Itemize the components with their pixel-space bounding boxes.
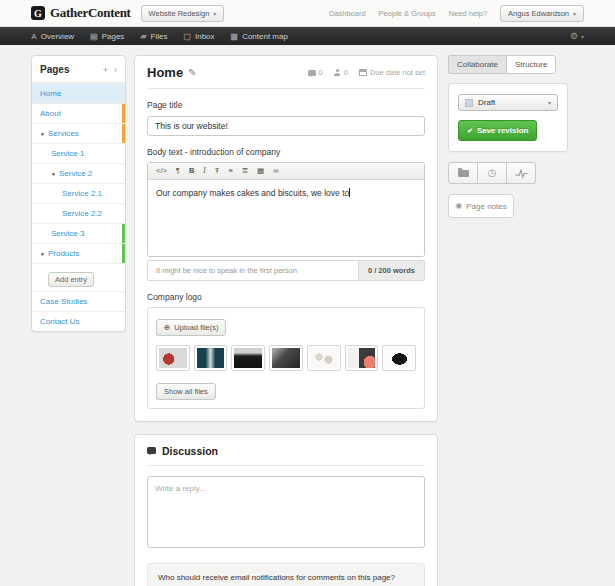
nav-content-map[interactable]: ▦ Content map [231, 32, 288, 41]
top-header-links: Dashboard People & Groups Need help? Ang… [329, 5, 584, 22]
file-thumbnail[interactable] [269, 345, 303, 371]
comment-icon [308, 70, 316, 76]
nav-pages[interactable]: ▤ Pages [90, 32, 124, 41]
add-entry-button[interactable]: Add entry [48, 272, 94, 287]
due-date[interactable]: Due date not set [359, 68, 425, 77]
link-icon[interactable]: ∞ [273, 167, 278, 175]
tab-structure[interactable]: Structure [506, 55, 556, 74]
sidebar-item-label: Service 3 [51, 229, 84, 238]
file-thumbnail[interactable] [156, 345, 190, 371]
calendar-icon [359, 69, 367, 76]
need-help-link[interactable]: Need help? [449, 9, 487, 18]
sidebar-item-service-2-1[interactable]: Service 2.1 [32, 183, 125, 203]
chevron-down-icon: ▾ [581, 33, 584, 40]
page-header: Home ✎ 0 0 Due date not set [147, 65, 425, 89]
body-field-label: Body text - introduction of company [147, 147, 425, 157]
inbox-icon: ▢ [183, 32, 191, 41]
show-all-files-button[interactable]: Show all files [156, 383, 216, 400]
bullet-list-icon[interactable]: ≡ [228, 167, 232, 175]
dashboard-link[interactable]: Dashboard [329, 9, 366, 18]
page-notes-icon: ◉ [455, 202, 462, 210]
page-title-field-label: Page title [147, 100, 425, 110]
italic-icon[interactable]: I [203, 167, 206, 175]
status-dropdown[interactable]: Draft ▾ [458, 94, 558, 111]
assignees-count-value: 0 [344, 68, 348, 77]
sidebar-item-service-1[interactable]: Service 1 [32, 143, 125, 163]
gathercontent-app: G GatherContent Website Redesign ▾ Dashb… [0, 0, 615, 586]
field-hint: It might be nice to speak in the first p… [148, 261, 358, 280]
nav-overview-label: Overview [41, 32, 74, 41]
project-selector[interactable]: Website Redesign ▾ [141, 5, 225, 22]
status-marker-orange [122, 124, 125, 143]
tab-collaborate[interactable]: Collaborate [448, 55, 506, 74]
files-icon: ▰ [140, 32, 146, 41]
user-menu[interactable]: Angus Edwardson ▾ [500, 5, 584, 22]
sidebar-item-case-studies[interactable]: Case Studies [32, 291, 125, 311]
due-date-label: Due date not set [370, 68, 425, 77]
discussion-icon [147, 447, 156, 454]
nav-files-label: Files [151, 32, 168, 41]
save-revision-button[interactable]: ✔ Save revision [458, 120, 537, 141]
page-content-card: Home ✎ 0 0 Due date not set [134, 55, 438, 422]
editor-content[interactable]: Our company makes cakes and biscuits, we… [148, 180, 424, 256]
upload-icon: ⊕ [164, 323, 170, 332]
file-thumbnail[interactable] [307, 345, 341, 371]
expand-triangle-icon[interactable]: ▼ [51, 171, 56, 177]
panel-tabs: Collaborate Structure [448, 55, 568, 74]
page-title-input[interactable] [147, 116, 425, 136]
page-notes-button[interactable]: ◉ Page notes [448, 194, 514, 218]
pages-icon: ▤ [90, 32, 98, 41]
nav-inbox-label: Inbox [195, 32, 215, 41]
collapse-sidebar-icon[interactable]: › [114, 65, 117, 75]
gathercontent-logo-icon: G [31, 6, 45, 20]
people-groups-link[interactable]: People & Groups [379, 9, 436, 18]
page-title: Home [147, 65, 183, 80]
status-color-swatch [465, 99, 473, 107]
nav-inbox[interactable]: ▢ Inbox [183, 32, 214, 41]
assignees-count[interactable]: 0 [334, 68, 348, 77]
edit-pencil-icon[interactable]: ✎ [188, 67, 196, 78]
sidebar-item-home[interactable]: Home [32, 83, 125, 103]
files-folder-button[interactable] [448, 162, 478, 184]
file-thumbnail[interactable] [345, 345, 379, 371]
expand-triangle-icon[interactable]: ▼ [40, 251, 45, 257]
page-notes-label: Page notes [466, 202, 506, 211]
chevron-down-icon: ▾ [573, 10, 576, 17]
sidebar-item-services[interactable]: ▼ Services [32, 123, 125, 143]
notifications-box: Who should receive email notifications f… [147, 563, 425, 586]
sidebar-item-service-2-2[interactable]: Service 2.2 [32, 203, 125, 223]
status-marker-green [122, 244, 125, 263]
paragraph-icon[interactable]: ¶ [176, 167, 180, 175]
reply-textarea[interactable] [147, 476, 425, 548]
sidebar-item-service-3[interactable]: Service 3 [32, 223, 125, 243]
comments-count[interactable]: 0 [308, 68, 323, 77]
sidebar-item-service-2[interactable]: ▼ Service 2 [32, 163, 125, 183]
sidebar-item-label: Case Studies [40, 297, 88, 306]
expand-triangle-icon[interactable]: ▼ [40, 131, 45, 137]
nav-overview[interactable]: A Overview [31, 32, 74, 41]
activity-button[interactable] [507, 162, 536, 184]
sidebar-item-about[interactable]: About [32, 103, 125, 123]
sidebar-item-label: About [40, 109, 61, 118]
strikethrough-icon[interactable]: Ŧ [215, 167, 220, 175]
code-icon[interactable]: </> [156, 167, 167, 175]
file-thumbnail[interactable] [194, 345, 228, 371]
revision-history-button[interactable]: ◷ [478, 162, 507, 184]
numbered-list-icon[interactable]: ≣ [242, 167, 248, 175]
add-page-icon[interactable]: + [103, 65, 108, 75]
file-upload-box: ⊕ Upload file(s) Show all files [147, 307, 425, 409]
notify-question: Who should receive email notifications f… [158, 573, 414, 582]
sidebar-item-contact-us[interactable]: Contact Us [32, 311, 125, 331]
nav-settings[interactable]: ⚙ ▾ [570, 31, 584, 41]
upload-files-button[interactable]: ⊕ Upload file(s) [156, 319, 226, 336]
file-thumbnail[interactable] [231, 345, 265, 371]
gear-icon: ⚙ [570, 31, 578, 41]
bold-icon[interactable]: B [189, 167, 194, 175]
nav-files[interactable]: ▰ Files [140, 32, 167, 41]
editor-text: Our company makes cakes and biscuits, we… [156, 188, 349, 198]
chevron-down-icon: ▾ [213, 10, 216, 17]
table-icon[interactable]: ▦ [257, 167, 264, 175]
sidebar-item-products[interactable]: ▼ Products [32, 243, 125, 263]
file-thumbnail[interactable] [382, 345, 416, 371]
person-icon [334, 69, 341, 76]
